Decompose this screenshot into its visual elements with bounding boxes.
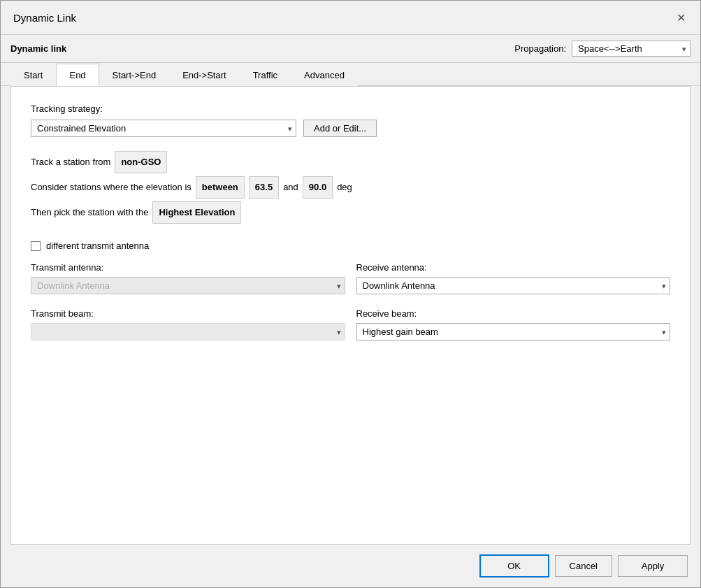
different-transmit-checkbox[interactable] [31, 241, 41, 251]
tab-start[interactable]: Start [10, 64, 56, 86]
tab-end[interactable]: End [56, 64, 99, 86]
transmit-beam-label: Transmit beam: [31, 308, 345, 319]
elevation-suffix: deg [337, 178, 352, 196]
close-button[interactable]: ✕ [671, 8, 691, 27]
antenna-section: Transmit antenna: Downlink Antenna Recei… [31, 262, 670, 294]
track-value: non-GSO [115, 151, 167, 173]
tab-end-start[interactable]: End->Start [169, 64, 240, 86]
propagation-select[interactable]: Space<-->Earth Earth<-->Space Earth<-->E… [572, 41, 691, 57]
propagation-select-wrapper: Space<-->Earth Earth<-->Space Earth<-->E… [572, 41, 691, 57]
add-edit-button[interactable]: Add or Edit... [303, 120, 377, 137]
info-block: Track a station from non-GSO Consider st… [31, 151, 670, 224]
pick-line: Then pick the station with the Highest E… [31, 201, 670, 224]
dialog-title: Dynamic Link [13, 12, 76, 24]
dialog-window: Dynamic Link ✕ Dynamic link Propagation:… [0, 0, 701, 588]
tracking-select-wrapper: Constrained Elevation [31, 120, 296, 137]
transmit-beam-select [31, 323, 345, 340]
elevation-and: and [283, 178, 298, 196]
pick-value: Highest Elevation [152, 201, 241, 224]
receive-beam-group: Receive beam: Highest gain beam [356, 308, 671, 340]
receive-antenna-group: Receive antenna: Downlink Antenna [356, 262, 671, 294]
track-line: Track a station from non-GSO [31, 151, 670, 173]
elevation-mode: between [196, 176, 245, 199]
transmit-antenna-group: Transmit antenna: Downlink Antenna [31, 262, 345, 294]
transmit-beam-group: Transmit beam: [31, 308, 345, 340]
elevation-high: 90.0 [303, 176, 333, 199]
different-transmit-row: different transmit antenna [31, 241, 670, 251]
tab-traffic[interactable]: Traffic [240, 64, 291, 86]
consider-line: Consider stations where the elevation is… [31, 176, 670, 199]
ok-button[interactable]: OK [479, 554, 549, 578]
track-prefix: Track a station from [31, 153, 110, 171]
tracking-strategy-label: Tracking strategy: [31, 103, 670, 114]
receive-beam-select-wrapper: Highest gain beam [356, 323, 671, 340]
toolbar: Dynamic link Propagation: Space<-->Earth… [1, 35, 700, 63]
transmit-antenna-label: Transmit antenna: [31, 262, 345, 273]
main-content: Tracking strategy: Constrained Elevation… [10, 86, 691, 545]
cancel-button[interactable]: Cancel [555, 555, 612, 577]
transmit-beam-select-wrapper [31, 323, 345, 340]
beam-section: Transmit beam: Receive beam: Highest gai… [31, 308, 670, 340]
different-transmit-label: different transmit antenna [46, 241, 149, 251]
elevation-low: 63.5 [249, 176, 279, 199]
tab-advanced[interactable]: Advanced [291, 64, 358, 86]
tracking-row: Constrained Elevation Add or Edit... [31, 120, 670, 137]
title-bar: Dynamic Link ✕ [1, 1, 700, 35]
tab-start-end[interactable]: Start->End [99, 64, 170, 86]
receive-antenna-select-wrapper: Downlink Antenna [356, 277, 671, 294]
tabs-bar: Start End Start->End End->Start Traffic … [1, 63, 700, 86]
propagation-label: Propagation: [514, 43, 566, 54]
receive-antenna-select[interactable]: Downlink Antenna [356, 277, 671, 294]
receive-antenna-label: Receive antenna: [356, 262, 671, 273]
receive-beam-label: Receive beam: [356, 308, 671, 319]
consider-prefix: Consider stations where the elevation is [31, 178, 191, 196]
footer: OK Cancel Apply [1, 545, 700, 587]
toolbar-title: Dynamic link [10, 43, 514, 54]
receive-beam-select[interactable]: Highest gain beam [356, 323, 671, 340]
transmit-antenna-select-wrapper: Downlink Antenna [31, 277, 345, 294]
apply-button[interactable]: Apply [618, 555, 688, 577]
transmit-antenna-select: Downlink Antenna [31, 277, 345, 294]
pick-prefix: Then pick the station with the [31, 203, 148, 222]
tracking-select[interactable]: Constrained Elevation [31, 120, 296, 137]
